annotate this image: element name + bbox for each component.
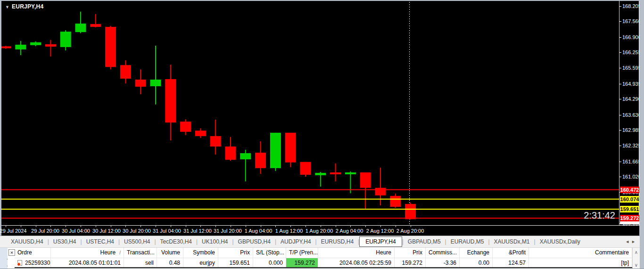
time-tick-mark bbox=[350, 226, 351, 227]
column-header-commentaire[interactable]: Commentaire bbox=[529, 248, 632, 258]
horizontal-price-line[interactable] bbox=[1, 189, 619, 190]
order-cell-transacti-[interactable]: sell bbox=[124, 258, 157, 267]
tab-scroll-arrows[interactable]: ◄► bbox=[625, 239, 637, 244]
chart-tab-us30-h4[interactable]: US30,H4 bbox=[49, 237, 81, 246]
time-tick-mark bbox=[336, 226, 336, 227]
chart-tab-uk100-h4[interactable]: UK100,H4 bbox=[198, 237, 232, 246]
column-header-heure[interactable]: Heure bbox=[318, 248, 395, 258]
scrollbar-down-icon[interactable]: ∨ bbox=[633, 262, 640, 268]
time-tick-mark bbox=[261, 226, 261, 227]
scrollbar-up-icon[interactable]: ∧ bbox=[633, 250, 640, 255]
order-cell-symbole[interactable]: eurjpy bbox=[183, 258, 218, 267]
price-tick-label: 164.290 bbox=[622, 96, 641, 102]
column-header-heure[interactable]: Heure/ bbox=[51, 248, 124, 258]
chevron-down-icon: ▼ bbox=[5, 5, 9, 9]
price-tick-mark bbox=[619, 99, 621, 99]
chart-tab-tecde30-h4[interactable]: TecDE30,H4 bbox=[156, 237, 196, 246]
column-header-symbole[interactable]: Symbole bbox=[183, 248, 218, 258]
price-tick-mark bbox=[619, 68, 621, 68]
candle-body bbox=[45, 44, 56, 47]
price-tick-label: 163.630 bbox=[622, 112, 641, 118]
tab-scroll-left-icon[interactable]: ◄ bbox=[625, 239, 631, 244]
chart-canvas[interactable]: ▼EURJPY,H4 2:31:42 bbox=[1, 1, 619, 225]
column-header--profit[interactable]: &Profit bbox=[493, 248, 529, 258]
chart-tab-eurusd-h4[interactable]: EURUSD,H4 bbox=[317, 237, 358, 246]
order-cell-volume[interactable]: 0.48 bbox=[157, 258, 183, 267]
horizontal-price-line[interactable] bbox=[1, 218, 619, 219]
price-axis[interactable]: 168.205167.560166.900166.255165.595164.9… bbox=[619, 1, 639, 225]
order-cell-s-l-stop-[interactable]: 0.000 bbox=[253, 258, 286, 267]
price-tick-mark bbox=[619, 84, 621, 84]
chart-tab-eurjpy-h4[interactable]: EURJPY,H4 bbox=[359, 236, 402, 247]
terminal-close-button[interactable]: × bbox=[8, 249, 15, 256]
column-header-commiss-[interactable]: Commiss... bbox=[426, 248, 460, 258]
tab-scroll-right-icon[interactable]: ► bbox=[631, 239, 637, 244]
price-tick-label: 161.020 bbox=[622, 174, 641, 179]
column-header-volume[interactable]: Volume bbox=[157, 248, 183, 258]
candle-countdown-timer: 2:31:42 bbox=[584, 210, 615, 221]
time-tick-mark bbox=[186, 226, 186, 227]
order-cell-t-p-pren-[interactable]: 159.272 bbox=[286, 258, 318, 267]
candlestick-chart bbox=[1, 1, 619, 225]
time-tick-mark bbox=[171, 226, 171, 227]
time-tick-mark bbox=[96, 226, 96, 227]
chart-tab-euraud-m5[interactable]: EURAUD,M5 bbox=[446, 237, 488, 246]
order-cell-commentaire[interactable]: [tp] bbox=[529, 258, 632, 267]
candle-body bbox=[225, 147, 236, 160]
chart-tab-ustec-h4[interactable]: USTEC,H4 bbox=[82, 237, 118, 246]
price-tick-label: 168.205 bbox=[622, 3, 641, 9]
column-header-prix[interactable]: Prix bbox=[218, 248, 253, 258]
time-tick-label: 1 Aug 12:00 bbox=[275, 228, 303, 234]
order-cell-echange[interactable]: 0.00 bbox=[460, 258, 493, 267]
orders-table: OrdreHeure/Transacti...VolumeSymbolePrix… bbox=[15, 248, 632, 269]
order-cell--profit[interactable]: 124.57 bbox=[493, 258, 529, 267]
candle-body bbox=[405, 204, 416, 219]
terminal-scrollbar[interactable]: ∧ ∨ bbox=[632, 248, 640, 269]
chart-tab-xauusdx-daily[interactable]: XAUUSDx,Daily bbox=[536, 237, 585, 246]
window-border-right bbox=[640, 0, 644, 269]
chart-tab-us500-h4[interactable]: US500,H4 bbox=[120, 237, 154, 246]
price-tick-label: 162.985 bbox=[622, 127, 641, 133]
column-header-transacti-[interactable]: Transacti... bbox=[124, 248, 157, 258]
chart-tab-gbpaud-m5[interactable]: GBPAUD,M5 bbox=[404, 237, 445, 246]
horizontal-price-line[interactable] bbox=[1, 209, 619, 210]
chart-tab-gbpusd-h4[interactable]: GBPUSD,H4 bbox=[234, 237, 275, 246]
chart-tab-xauusdx-m1[interactable]: XAUUSDx,M1 bbox=[490, 237, 534, 246]
mt4-window: ▼EURJPY,H4 2:31:42 168.205167.560166.900… bbox=[0, 0, 644, 269]
column-header-prix[interactable]: Prix bbox=[395, 248, 426, 258]
candle-body bbox=[120, 65, 131, 79]
price-tick-label: 166.255 bbox=[622, 49, 641, 55]
horizontal-price-line[interactable] bbox=[1, 199, 619, 200]
order-cell-prix[interactable]: 159.651 bbox=[218, 258, 253, 267]
terminal-vertical-tab[interactable]: ninal bbox=[0, 248, 8, 269]
symbol-period-text: EURJPY,H4 bbox=[12, 3, 43, 10]
price-tick-label: 162.325 bbox=[622, 143, 641, 148]
column-header-t-p-pren-[interactable]: T/P (Pren... bbox=[286, 248, 318, 258]
order-cell-heure[interactable]: 2024.08.05 02:25:59 bbox=[318, 258, 395, 267]
time-tick-mark bbox=[380, 226, 381, 227]
candle-body bbox=[315, 173, 326, 175]
order-row[interactable]: 2525933022024.08.05 01:01:01sell0.48eurj… bbox=[15, 258, 632, 268]
time-tick-label: 2 Aug 04:00 bbox=[336, 228, 363, 234]
price-tick-mark bbox=[619, 52, 621, 53]
chart-tab-audjpy-h4[interactable]: AUDJPY,H4 bbox=[276, 237, 315, 246]
time-tick-mark bbox=[365, 226, 366, 227]
column-header-echange[interactable]: Echange bbox=[460, 248, 493, 258]
time-tick-mark bbox=[156, 226, 156, 227]
price-level-badge: 159.272 bbox=[620, 215, 639, 221]
price-tick-mark bbox=[619, 177, 621, 177]
chart-tab-xauusd-h4[interactable]: XAUUSD,H4 bbox=[7, 237, 48, 246]
order-cell-ordre[interactable]: 252593302 bbox=[15, 258, 51, 267]
candle-body bbox=[285, 133, 296, 163]
candle-body bbox=[75, 24, 86, 32]
column-header-ordre[interactable]: Ordre bbox=[15, 248, 51, 258]
time-tick-label: 30 Jul 12:00 bbox=[92, 228, 121, 234]
column-header-s-l-stop-[interactable]: S/L (Stop... bbox=[253, 248, 286, 258]
order-cell-heure[interactable]: 2024.08.05 01:01:01 bbox=[51, 258, 124, 267]
price-tick-mark bbox=[619, 6, 621, 7]
price-tick-mark bbox=[619, 146, 621, 146]
order-cell-commiss-[interactable]: -3.36 bbox=[426, 258, 460, 267]
candle-body bbox=[1, 46, 11, 48]
order-cell-prix[interactable]: 159.272 bbox=[395, 258, 426, 267]
time-axis[interactable]: 29 Jul 202429 Jul 20:0030 Jul 04:0030 Ju… bbox=[1, 225, 639, 236]
